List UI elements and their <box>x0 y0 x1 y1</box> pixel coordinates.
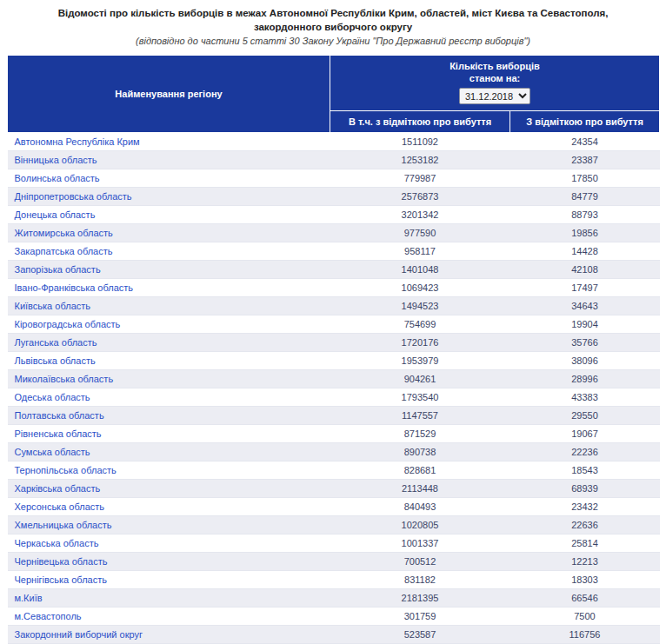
departed-count-cell: 116756 <box>510 626 660 644</box>
region-link[interactable]: Автономна Республіка Крим <box>15 136 140 147</box>
region-link[interactable]: Дніпропетровська область <box>15 191 132 202</box>
region-cell: Донецька область <box>8 206 330 224</box>
departed-count-cell: 12213 <box>510 553 660 571</box>
region-link[interactable]: Закордонний виборчий округ <box>15 629 143 640</box>
region-cell: Луганська область <box>8 334 330 352</box>
table-header: Найменування регіону Кількість виборців … <box>8 56 660 133</box>
region-cell: Івано-Франківська область <box>8 279 330 297</box>
table-row: Тернопільська область82868118543 <box>8 461 660 480</box>
voters-count-cell: 779987 <box>330 169 510 188</box>
region-link[interactable]: Чернівецька область <box>15 556 108 567</box>
table-row: Вінницька область125318223387 <box>8 151 660 169</box>
region-link[interactable]: Закарпатська область <box>15 246 113 256</box>
voters-count-cell: 1793540 <box>330 388 510 407</box>
table-row: Кіровоградська область75469919904 <box>8 315 660 334</box>
voters-count-cell: 1953979 <box>330 352 510 370</box>
voters-count-cell: 890738 <box>330 443 510 461</box>
region-link[interactable]: Івано-Франківська область <box>15 282 134 293</box>
table-body: Автономна Республіка Крим151109224354Він… <box>8 133 660 644</box>
departed-count-cell: 88793 <box>510 206 660 224</box>
region-link[interactable]: Запорізька область <box>15 264 101 275</box>
departed-count-cell: 35766 <box>510 334 660 352</box>
voters-table: Найменування регіону Кількість виборців … <box>7 55 660 644</box>
count-header-line1: Кількість виборців <box>334 60 656 72</box>
departed-count-cell: 43383 <box>510 388 660 407</box>
table-row: Рівненська область87152919067 <box>8 425 660 443</box>
departed-count-cell: 17850 <box>510 169 660 188</box>
region-link[interactable]: Волинська область <box>15 173 100 183</box>
table-row: Чернівецька область70051212213 <box>8 553 660 571</box>
region-cell: Київська область <box>8 297 330 315</box>
region-link[interactable]: Тернопільська область <box>15 465 117 475</box>
region-link[interactable]: Херсонська область <box>15 501 105 512</box>
region-cell: Рівненська область <box>8 425 330 443</box>
table-row: м.Севастополь3017597500 <box>8 607 660 626</box>
region-link[interactable]: Вінницька область <box>15 155 97 165</box>
departed-count-cell: 22236 <box>510 443 660 461</box>
region-cell: Херсонська область <box>8 498 330 516</box>
voters-count-cell: 3201342 <box>330 206 510 224</box>
region-link[interactable]: Харківська область <box>15 483 101 494</box>
voters-count-cell: 1147557 <box>330 407 510 425</box>
date-select[interactable]: 31.12.2018 <box>459 88 530 104</box>
region-link[interactable]: Житомирська область <box>15 228 113 238</box>
departed-count-cell: 17497 <box>510 279 660 297</box>
departed-count-cell: 23387 <box>510 151 660 169</box>
departed-count-cell: 38096 <box>510 352 660 370</box>
region-cell: Одеська область <box>8 388 330 407</box>
page: Відомості про кількість виборців в межах… <box>0 0 666 644</box>
voters-count-cell: 1720176 <box>330 334 510 352</box>
region-cell: Закордонний виборчий округ <box>8 626 330 644</box>
region-link[interactable]: Полтавська область <box>15 410 104 421</box>
table-row: Закарпатська область95811714428 <box>8 242 660 261</box>
region-link[interactable]: Черкаська область <box>15 538 99 548</box>
region-link[interactable]: Донецька область <box>15 209 96 220</box>
table-row: Волинська область77998717850 <box>8 169 660 188</box>
region-cell: Волинська область <box>8 169 330 188</box>
table-row: Миколаївська область90426128996 <box>8 370 660 388</box>
region-cell: Львівська область <box>8 352 330 370</box>
departed-count-cell: 68939 <box>510 480 660 498</box>
table-row: Херсонська область84049323432 <box>8 498 660 516</box>
table-row: Івано-Франківська область106942317497 <box>8 279 660 297</box>
table-row: Одеська область179354043383 <box>8 388 660 407</box>
region-cell: Тернопільська область <box>8 461 330 480</box>
page-subtitle: (відповідно до частини 5 статті 30 Закон… <box>7 36 659 46</box>
region-link[interactable]: Львівська область <box>15 355 96 366</box>
region-cell: Харківська область <box>8 480 330 498</box>
departed-count-cell: 66546 <box>510 589 660 607</box>
region-cell: Закарпатська область <box>8 242 330 261</box>
region-link[interactable]: м.Севастополь <box>15 611 82 621</box>
page-title: Відомості про кількість виборців в межах… <box>7 5 659 34</box>
region-link[interactable]: Кіровоградська область <box>15 319 121 329</box>
departed-count-cell: 19067 <box>510 425 660 443</box>
departed-count-cell: 19856 <box>510 224 660 242</box>
departed-count-cell: 7500 <box>510 607 660 626</box>
table-row: Луганська область172017635766 <box>8 334 660 352</box>
table-row: Черкаська область100133725814 <box>8 534 660 553</box>
departed-count-cell: 14428 <box>510 242 660 261</box>
region-cell: Вінницька область <box>8 151 330 169</box>
voters-count-cell: 2576873 <box>330 188 510 206</box>
table-row: Запорізька область140104842108 <box>8 261 660 279</box>
departed-count-cell: 42108 <box>510 261 660 279</box>
region-link[interactable]: Чернігівська область <box>15 574 107 585</box>
departed-count-cell: 34643 <box>510 297 660 315</box>
region-link[interactable]: Миколаївська область <box>15 374 114 384</box>
voters-count-cell: 831182 <box>330 571 510 589</box>
departed-count-cell: 18303 <box>510 571 660 589</box>
region-link[interactable]: Одеська область <box>15 392 90 402</box>
region-link[interactable]: Сумська область <box>15 447 90 457</box>
region-cell: м.Севастополь <box>8 607 330 626</box>
voters-count-cell: 958117 <box>330 242 510 261</box>
region-link[interactable]: Хмельницька область <box>15 520 112 530</box>
region-link[interactable]: Рівненська область <box>15 428 102 439</box>
voters-count-cell: 840493 <box>330 498 510 516</box>
region-link[interactable]: м.Київ <box>15 593 43 603</box>
voters-count-cell: 1001337 <box>330 534 510 553</box>
region-link[interactable]: Луганська область <box>15 337 97 348</box>
departed-count-cell: 29550 <box>510 407 660 425</box>
voters-count-cell: 904261 <box>330 370 510 388</box>
region-cell: Кіровоградська область <box>8 315 330 334</box>
region-link[interactable]: Київська область <box>15 301 91 311</box>
